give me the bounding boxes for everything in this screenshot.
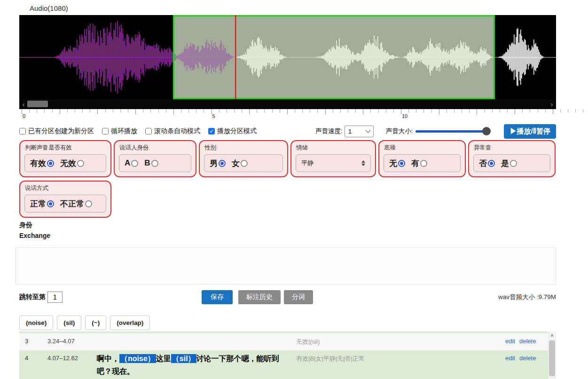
scroll-right-icon[interactable]: › [549, 100, 555, 109]
time-ruler: 0510 [19, 109, 588, 120]
table-row: 33.24–4.07无效|(sil)editdelete [19, 334, 548, 351]
radio-option-5-1[interactable]: 是 [501, 158, 517, 169]
ruler-tick [522, 109, 523, 112]
checkbox-icon[interactable] [19, 128, 26, 134]
play-pause-button[interactable]: ▶播放/Ⅱ暂停 [504, 124, 556, 139]
ruler-tick [105, 109, 106, 112]
jump-label: 跳转至第 [19, 293, 46, 301]
volume-slider[interactable] [416, 127, 490, 135]
tag-button-0[interactable]: (noise) [19, 316, 53, 330]
speed-select[interactable]: 1 [345, 126, 374, 137]
radio-selected-icon[interactable] [47, 160, 54, 167]
delete-link[interactable]: delete [519, 355, 536, 362]
scroll-up-icon[interactable]: ∧ [548, 332, 556, 339]
radio-icon[interactable] [420, 160, 427, 167]
tag-button-2[interactable]: (~) [85, 316, 106, 330]
ruler-tick [485, 109, 485, 112]
ruler-tick [439, 109, 439, 114]
radio-option-2-1[interactable]: 女 [232, 158, 248, 169]
radio-option-4-1[interactable]: 有 [411, 158, 427, 169]
ruler-tick [272, 109, 273, 112]
ruler-tick [181, 109, 181, 112]
radio-option-5-0[interactable]: 否 [479, 158, 495, 169]
ruler-tick [469, 109, 470, 112]
ruler-tick [454, 109, 455, 112]
section-body: 否是 [473, 154, 550, 172]
radio-option-4-0[interactable]: 无 [389, 158, 405, 169]
checkbox-1[interactable]: 循环播放 [102, 127, 137, 135]
edit-link[interactable]: edit [505, 338, 515, 345]
tag-button-3[interactable]: (overlap) [110, 316, 150, 330]
checkbox-icon[interactable] [145, 128, 152, 134]
ruler-tick [280, 109, 280, 112]
tag-button-1[interactable]: (sil) [57, 316, 81, 330]
segment-button[interactable]: 分词 [284, 290, 313, 304]
ruler-tick [348, 109, 348, 112]
radio-option-label: 是 [501, 158, 509, 169]
section-body: 无有 [384, 154, 461, 172]
ruler-label: 5 [212, 113, 215, 119]
section-label: 判断声音是否有效 [25, 144, 106, 152]
ruler-tick [227, 109, 227, 112]
ruler-tick [492, 109, 493, 112]
radio-option-label: 有效 [30, 158, 46, 169]
radio-selected-icon[interactable] [488, 160, 495, 167]
volume-slider-track[interactable] [416, 130, 490, 133]
table-scrollbar-thumb[interactable] [549, 340, 555, 376]
jump-input[interactable] [47, 292, 63, 303]
radio-option-6-0[interactable]: 正常 [30, 198, 54, 209]
checkbox-icon[interactable] [102, 128, 109, 134]
exchange-label: Exchange [19, 232, 556, 239]
radio-icon[interactable] [77, 160, 84, 167]
transcript-textarea[interactable] [16, 247, 556, 284]
section-body: 男女 [204, 154, 283, 172]
table-row: 44.07–12.62啊中，（noise）这里（sil）讨论一下那个嗯，能听到吧… [19, 351, 548, 379]
radio-option-label: 男 [210, 158, 218, 169]
radio-selected-icon[interactable] [47, 200, 54, 207]
edit-link[interactable]: edit [505, 355, 515, 362]
select-spinner-icon [361, 160, 365, 166]
page-title: Audio(1080) [30, 0, 556, 12]
radio-option-label: 女 [232, 158, 240, 169]
radio-option-0-1[interactable]: 无效 [60, 158, 84, 169]
radio-selected-icon[interactable] [219, 160, 226, 167]
waveform-canvas[interactable] [19, 15, 556, 99]
waveform-panel: ‹ › 0510 [19, 15, 556, 120]
checkbox-2[interactable]: 滚动条自动模式 [145, 127, 200, 135]
radio-option-6-1[interactable]: 不正常 [60, 198, 92, 209]
volume-slider-thumb[interactable] [482, 127, 491, 135]
checkbox-3[interactable]: ✓播放分区模式 [208, 127, 257, 135]
ruler-tick [60, 109, 60, 114]
ruler-tick [568, 109, 568, 112]
radio-option-2-0[interactable]: 男 [210, 158, 226, 169]
radio-selected-icon[interactable] [398, 160, 405, 167]
scroll-left-icon[interactable]: ‹ [20, 100, 27, 109]
radio-icon[interactable] [131, 160, 138, 167]
row-id: 4 [19, 355, 47, 362]
ruler-tick [67, 109, 68, 112]
row-time: 3.24–4.07 [47, 338, 97, 345]
radio-icon[interactable] [151, 160, 158, 167]
ruler-tick [242, 109, 242, 112]
radio-option-0-0[interactable]: 有效 [30, 158, 54, 169]
previous-row-sliver [19, 332, 548, 333]
radio-option-1-1[interactable]: B [144, 158, 158, 168]
ruler-tick [90, 109, 90, 112]
checkbox-0[interactable]: 已有分区创建为新分区 [19, 127, 94, 135]
waveform-scrollbar-thumb[interactable] [27, 101, 48, 107]
delete-link[interactable]: delete [519, 338, 536, 345]
save-button[interactable]: 保存 [202, 290, 233, 304]
radio-icon[interactable] [85, 200, 92, 207]
table-scrollbar[interactable]: ∧ [548, 332, 556, 379]
ruler-tick [97, 109, 98, 114]
radio-icon[interactable] [241, 160, 248, 167]
radio-icon[interactable] [510, 160, 517, 167]
emotion-select[interactable]: 平静 [296, 154, 371, 172]
ruler-tick [75, 109, 75, 112]
checkbox-checked-icon[interactable]: ✓ [208, 128, 215, 134]
waveform-scrollbar[interactable]: ‹ › [19, 99, 556, 109]
ruler-tick [408, 109, 409, 112]
history-button[interactable]: 标注历史 [238, 290, 281, 304]
radio-option-1-0[interactable]: A [125, 158, 138, 168]
ruler-tick [249, 109, 250, 114]
